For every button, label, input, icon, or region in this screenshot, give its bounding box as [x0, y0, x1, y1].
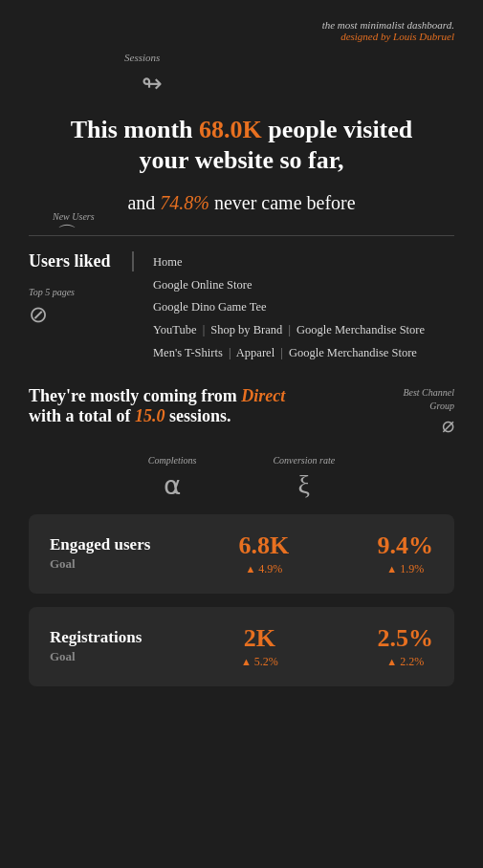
headline-count: 68.0K: [199, 116, 262, 143]
engaged-val1: 6.8K: [239, 532, 290, 560]
headline-block: This month 68.0K people visited your web…: [29, 114, 454, 175]
users-liked-section: Users liked Top 5 pages ⊘ Home Google On…: [29, 251, 454, 365]
registrations-label: Goal: [50, 649, 142, 664]
page-item-home: Home: [153, 251, 454, 274]
reg-val1: 2K: [241, 624, 278, 653]
reg-sub1: ▲ 5.2%: [241, 655, 278, 669]
channel-text-block: They're mostly coming from Direct with a…: [29, 386, 340, 426]
users-liked-right: Home Google Online Store Google Dino Gam…: [153, 251, 454, 365]
completions-icon: ⍺: [148, 469, 197, 501]
page-item-row4: YouTube | Shop by Brand | Google Merchan…: [153, 319, 454, 342]
new-users-squiggle-icon: ⌒: [57, 221, 77, 247]
engaged-metric-2: 9.4% ▲ 1.9%: [378, 532, 434, 576]
best-channel-label-block: Best ChannelGroup ⌀: [340, 386, 454, 438]
goal-card-registrations: Registrations Goal 2K ▲ 5.2% 2.5% ▲ 2.2%: [29, 607, 454, 686]
users-liked-title: Users liked: [29, 251, 134, 271]
credit-block: the most minimalist dashboard. designed …: [29, 19, 454, 42]
goal-card-engaged-left: Engaged users Goal: [50, 535, 150, 572]
engaged-arrow1: ▲: [245, 563, 255, 575]
top5-squiggle-icon: ⊘: [29, 301, 134, 328]
conversion-label: Conversion rate: [273, 455, 335, 466]
completions-block: Completions ⍺: [148, 455, 197, 501]
new-users-suffix: never came before: [214, 192, 356, 213]
reg-metric-1: 2K ▲ 5.2%: [241, 624, 278, 669]
top5-label: Top 5 pages: [29, 287, 134, 297]
headline-line1: This month 68.0K people visited: [29, 114, 454, 146]
conversion-block: Conversion rate ξ: [273, 455, 335, 501]
reg-val2: 2.5%: [378, 624, 434, 653]
page-item-google-store: Google Online Store: [153, 274, 454, 297]
conversion-icon: ξ: [273, 469, 335, 500]
coming-from-line: They're mostly coming from Direct: [29, 386, 340, 406]
channel-section: They're mostly coming from Direct with a…: [29, 386, 454, 438]
total-prefix: with a total of: [29, 406, 131, 425]
users-liked-left: Users liked Top 5 pages ⊘: [29, 251, 134, 365]
page-item-row5: Men's T-Shirts | Apparel | Google Mercha…: [153, 342, 454, 365]
goal-card-reg-left: Registrations Goal: [50, 628, 142, 664]
sessions-squiggle-icon: ↬: [142, 69, 163, 98]
credit-line1: the most minimalist dashboard.: [29, 19, 454, 31]
divider: [29, 235, 454, 236]
direct-value: Direct: [241, 386, 285, 405]
headline-line2: your website so far,: [29, 146, 454, 175]
page-item-dino: Google Dino Game Tee: [153, 296, 454, 319]
new-users-section: New Users ⌒ and 74.8% never came before: [29, 192, 454, 214]
engaged-arrow2: ▲: [386, 563, 397, 575]
headline-prefix: This month: [71, 116, 193, 143]
reg-arrow2: ▲: [386, 656, 397, 667]
reg-arrow1: ▲: [241, 656, 252, 667]
total-value: 15.0: [135, 406, 165, 425]
engaged-metric-1: 6.8K ▲ 4.9%: [239, 532, 290, 576]
engaged-sub2: ▲ 1.9%: [378, 562, 434, 576]
engaged-users-label: Goal: [50, 556, 150, 572]
credit-line2: designed by Louis Dubruel: [29, 31, 454, 42]
total-suffix: sessions.: [169, 406, 231, 425]
reg-sub2: ▲ 2.2%: [378, 655, 434, 669]
sessions-total-line: with a total of 15.0 sessions.: [29, 406, 340, 426]
and-line: and 74.8% never came before: [127, 192, 355, 214]
sessions-label: Sessions: [124, 52, 160, 63]
reg-metric-2: 2.5% ▲ 2.2%: [378, 624, 434, 669]
engaged-val2: 9.4%: [378, 532, 434, 560]
headline-suffix: people visited: [268, 116, 412, 143]
engaged-sub1: ▲ 4.9%: [239, 562, 290, 576]
metrics-icons-row: Completions ⍺ Conversion rate ξ: [29, 455, 454, 501]
coming-from-prefix: They're mostly coming from: [29, 386, 237, 405]
sessions-icon-area: Sessions ↬: [124, 52, 454, 104]
registrations-title: Registrations: [50, 628, 142, 647]
best-channel-label: Best ChannelGroup: [340, 386, 454, 413]
engaged-users-title: Engaged users: [50, 535, 150, 554]
and-prefix: and: [127, 192, 155, 213]
completions-label: Completions: [148, 455, 197, 466]
goal-card-engaged: Engaged users Goal 6.8K ▲ 4.9% 9.4% ▲ 1.…: [29, 514, 454, 594]
new-users-pct: 74.8%: [160, 192, 209, 213]
best-channel-squiggle-icon: ⌀: [340, 413, 454, 438]
